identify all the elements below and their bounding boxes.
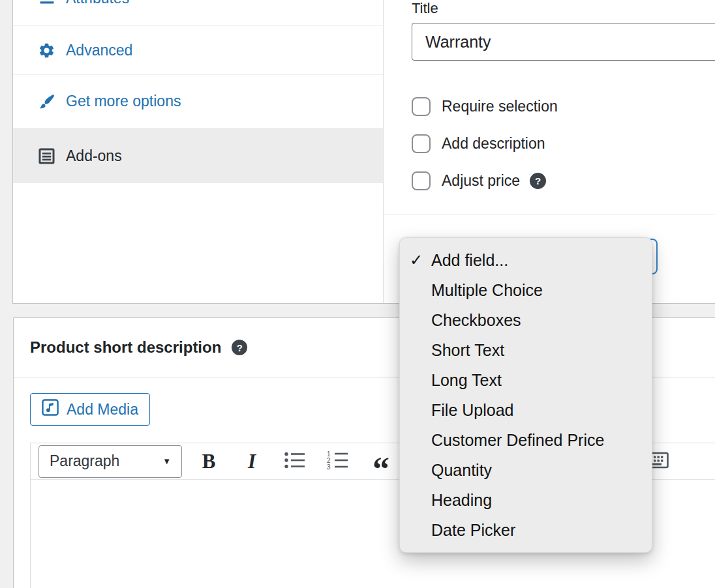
title-field-label: Title [412,0,715,17]
menu-item-label: Quantity [431,461,492,479]
require-selection-label[interactable]: Require selection [442,98,558,115]
page: Attributes Advanced Get more options [0,0,715,588]
menu-item-label: Customer Defined Price [431,431,604,449]
adjust-price-row: Adjust price ? [412,169,715,192]
italic-button[interactable]: I [230,445,273,478]
gear-icon [38,42,55,59]
require-selection-row: Require selection [412,95,715,118]
menu-item-label: Multiple Choice [431,281,543,299]
title-input[interactable] [412,23,715,61]
block-format-value: Paragraph [50,452,119,470]
menu-item-label: Checkboxes [431,311,521,329]
tab-attributes-label: Attributes [66,0,129,7]
menu-item-customer-defined-price[interactable]: Customer Defined Price [400,425,652,455]
chevron-down-icon: ▼ [162,456,171,466]
add-description-label[interactable]: Add description [442,135,545,153]
menu-item-short-text[interactable]: Short Text [400,335,652,365]
menu-item-label: Add field... [431,251,508,269]
short-description-help-icon[interactable]: ? [232,340,247,355]
menu-item-long-text[interactable]: Long Text [400,365,652,395]
tab-add-ons-label: Add-ons [66,147,122,165]
menu-item-label: Short Text [431,341,504,359]
add-media-button[interactable]: Add Media [30,393,150,426]
blockquote-button[interactable]: “ [359,453,403,486]
menu-item-heading[interactable]: Heading [400,485,652,515]
menu-item-label: File Upload [431,401,513,419]
checkmark-icon: ✓ [410,245,423,275]
tab-advanced-label: Advanced [66,42,132,59]
numbered-list-icon: 1 2 3 [327,450,349,473]
bold-button[interactable]: B [187,445,230,478]
add-media-label: Add Media [67,401,138,419]
tab-advanced[interactable]: Advanced [13,26,383,75]
adjust-price-label[interactable]: Adjust price [442,172,520,190]
svg-text:3: 3 [327,463,331,470]
bullet-list-icon [284,451,306,472]
menu-item-date-picker[interactable]: Date Picker [400,515,652,545]
bullet-list-button[interactable] [273,445,316,478]
add-description-checkbox[interactable] [412,134,431,153]
require-selection-checkbox[interactable] [412,97,431,116]
menu-item-label: Date Picker [431,521,515,539]
menu-item-add-field[interactable]: ✓ Add field... [400,245,652,275]
tab-add-ons[interactable]: Add-ons [13,128,383,183]
add-field-menu: ✓ Add field... Multiple Choice Checkboxe… [399,237,652,553]
attributes-list-icon [38,0,55,7]
menu-item-file-upload[interactable]: File Upload [400,395,652,425]
paintbrush-icon [38,93,55,110]
numbered-list-button[interactable]: 1 2 3 [316,445,359,478]
menu-item-quantity[interactable]: Quantity [400,455,652,485]
tab-get-more-options[interactable]: Get more options [13,75,383,128]
panel-divider [384,214,715,214]
form-icon [38,147,55,165]
tab-get-more-options-label: Get more options [66,93,181,110]
menu-item-label: Heading [431,491,492,509]
block-format-select[interactable]: Paragraph ▼ [38,445,182,478]
menu-item-checkboxes[interactable]: Checkboxes [400,305,652,335]
tab-attributes[interactable]: Attributes [13,0,383,26]
product-data-tabs: Attributes Advanced Get more options [13,0,384,303]
media-icon [42,399,59,420]
menu-item-multiple-choice[interactable]: Multiple Choice [400,275,652,305]
short-description-title: Product short description [30,338,221,357]
adjust-price-help-icon[interactable]: ? [530,173,546,189]
adjust-price-checkbox[interactable] [412,171,431,190]
menu-item-label: Long Text [431,371,502,389]
add-description-row: Add description [412,132,715,155]
